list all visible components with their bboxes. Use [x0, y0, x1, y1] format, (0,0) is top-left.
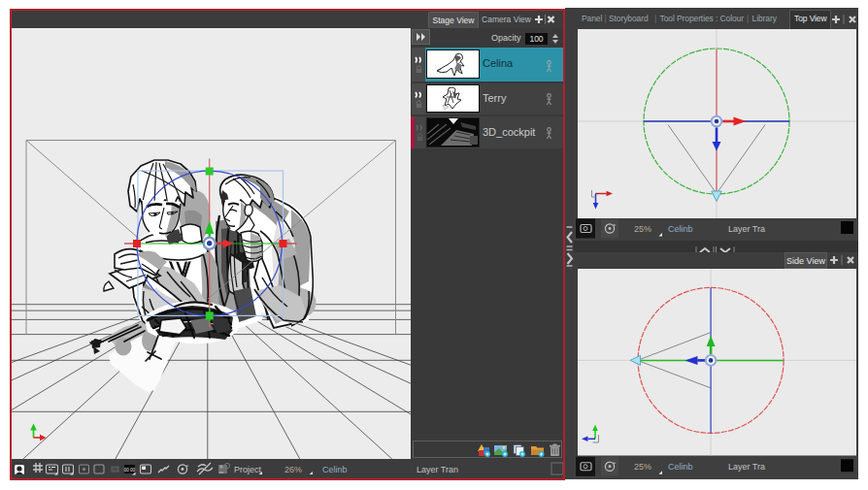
svg-text:Layer Tra: Layer Tra: [728, 224, 765, 234]
svg-text:Project: Project: [234, 465, 262, 474]
svg-text:25%: 25%: [634, 224, 651, 234]
svg-text:25%: 25%: [634, 462, 651, 472]
svg-text:Layer Tran: Layer Tran: [417, 465, 458, 474]
svg-text:00 00: 00 00: [124, 468, 136, 473]
svg-text:Celinb: Celinb: [322, 465, 348, 474]
svg-text:Layer Tra: Layer Tra: [728, 462, 765, 472]
svg-text:Celinb: Celinb: [668, 462, 693, 472]
svg-text:26%: 26%: [284, 465, 302, 474]
svg-text:Celinb: Celinb: [668, 224, 693, 234]
